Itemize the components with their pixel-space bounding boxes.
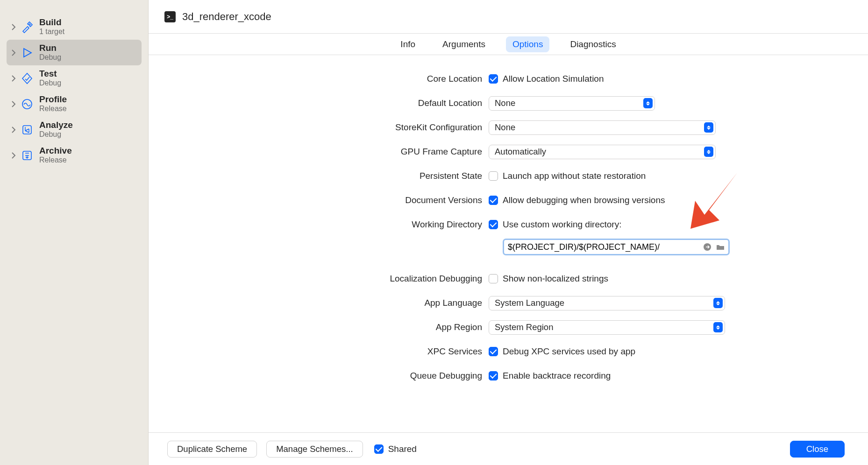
working-directory-field-wrap <box>503 239 730 255</box>
sidebar-item-run[interactable]: Run Debug <box>7 40 142 65</box>
tab-options[interactable]: Options <box>506 36 549 52</box>
updown-arrows-icon <box>704 147 713 157</box>
gpu-capture-select[interactable]: Automatically <box>489 145 716 159</box>
test-icon <box>19 70 36 87</box>
xpc-services-label: XPC Services <box>149 346 489 357</box>
persistent-state-check-label: Launch app without state restoration <box>503 171 646 181</box>
manage-schemes-button[interactable]: Manage Schemes... <box>266 441 363 458</box>
sidebar-item-test[interactable]: Test Debug <box>7 65 142 91</box>
shared-label: Shared <box>388 444 417 454</box>
play-icon <box>19 44 36 61</box>
sidebar-item-title: Build <box>39 17 64 28</box>
scheme-header: >_ 3d_renderer_xcode <box>149 0 868 34</box>
analyze-icon <box>19 121 36 138</box>
document-versions-checkbox[interactable] <box>489 196 498 205</box>
sidebar-item-profile[interactable]: Profile Release <box>7 91 142 117</box>
updown-arrows-icon <box>704 122 713 133</box>
tab-info[interactable]: Info <box>394 36 422 52</box>
sidebar-item-title: Analyze <box>39 120 73 130</box>
default-location-label: Default Location <box>149 98 489 108</box>
hammer-icon <box>19 19 36 35</box>
app-language-value: System Language <box>495 298 564 308</box>
app-region-select[interactable]: System Region <box>489 320 725 335</box>
updown-arrows-icon <box>713 298 723 308</box>
chevron-right-icon <box>8 24 19 30</box>
default-location-select[interactable]: None <box>489 96 655 111</box>
gpu-value: Automatically <box>495 147 546 157</box>
sidebar-item-subtitle: Debug <box>39 79 61 87</box>
localization-debugging-checkbox[interactable] <box>489 274 498 283</box>
folder-icon[interactable] <box>715 242 726 252</box>
close-button[interactable]: Close <box>790 441 845 458</box>
persistent-state-label: Persistent State <box>149 171 489 181</box>
localization-debugging-label: Localization Debugging <box>149 274 489 284</box>
terminal-icon: >_ <box>164 11 176 22</box>
storekit-select[interactable]: None <box>489 120 716 135</box>
sidebar-item-subtitle: Debug <box>39 130 73 139</box>
sidebar-item-title: Test <box>39 69 61 79</box>
document-versions-label: Document Versions <box>149 195 489 205</box>
working-directory-check-label: Use custom working directory: <box>503 219 621 230</box>
app-language-select[interactable]: System Language <box>489 296 725 310</box>
queue-debugging-checkbox[interactable] <box>489 371 498 380</box>
scheme-sidebar: Build 1 target Run Debug Test Debug Prof… <box>0 0 149 465</box>
main-panel: >_ 3d_renderer_xcode Info Arguments Opti… <box>149 0 868 465</box>
sidebar-item-subtitle: Debug <box>39 53 61 62</box>
document-versions-check-label: Allow debugging when browsing versions <box>503 195 665 205</box>
xpc-services-check-label: Debug XPC services used by app <box>503 346 635 357</box>
xpc-services-checkbox[interactable] <box>489 347 498 356</box>
default-location-value: None <box>495 98 515 108</box>
core-location-label: Core Location <box>149 74 489 84</box>
updown-arrows-icon <box>643 98 653 108</box>
sidebar-item-analyze[interactable]: Analyze Debug <box>7 117 142 142</box>
duplicate-scheme-button[interactable]: Duplicate Scheme <box>167 441 257 458</box>
storekit-label: StoreKit Configuration <box>149 122 489 133</box>
localization-debugging-check-label: Show non-localized strings <box>503 274 608 284</box>
tab-bar: Info Arguments Options Diagnostics <box>149 34 868 55</box>
sidebar-item-build[interactable]: Build 1 target <box>7 14 142 40</box>
sidebar-item-archive[interactable]: Archive Release <box>7 142 142 168</box>
sidebar-item-title: Profile <box>39 94 67 105</box>
gpu-label: GPU Frame Capture <box>149 147 489 157</box>
footer-bar: Duplicate Scheme Manage Schemes... Share… <box>149 432 868 465</box>
updown-arrows-icon <box>713 322 723 332</box>
working-directory-input[interactable] <box>508 242 699 252</box>
sidebar-item-subtitle: Release <box>39 105 67 113</box>
allow-location-simulation-label: Allow Location Simulation <box>503 74 604 84</box>
app-region-value: System Region <box>495 322 553 332</box>
working-directory-checkbox[interactable] <box>489 220 498 229</box>
tab-diagnostics[interactable]: Diagnostics <box>563 36 622 52</box>
app-region-label: App Region <box>149 322 489 332</box>
options-content: Core Location Allow Location Simulation … <box>149 55 868 432</box>
sidebar-item-subtitle: 1 target <box>39 28 64 36</box>
queue-debugging-check-label: Enable backtrace recording <box>503 371 611 381</box>
allow-location-simulation-checkbox[interactable] <box>489 74 498 84</box>
chevron-right-icon <box>8 49 19 56</box>
storekit-value: None <box>495 122 515 133</box>
chevron-right-icon <box>8 152 19 159</box>
profile-icon <box>19 96 36 113</box>
chevron-right-icon <box>8 127 19 133</box>
queue-debugging-label: Queue Debugging <box>149 371 489 381</box>
persistent-state-checkbox[interactable] <box>489 171 498 181</box>
app-language-label: App Language <box>149 298 489 308</box>
working-directory-label: Working Directory <box>149 219 489 230</box>
chevron-right-icon <box>8 75 19 82</box>
shared-checkbox[interactable] <box>374 444 384 454</box>
scheme-name: 3d_renderer_xcode <box>182 11 271 23</box>
archive-icon <box>19 147 36 164</box>
sidebar-item-subtitle: Release <box>39 156 72 164</box>
sidebar-item-title: Archive <box>39 146 72 156</box>
tab-arguments[interactable]: Arguments <box>436 36 492 52</box>
arrow-circle-icon[interactable] <box>702 242 712 252</box>
sidebar-item-title: Run <box>39 43 61 53</box>
chevron-right-icon <box>8 101 19 107</box>
